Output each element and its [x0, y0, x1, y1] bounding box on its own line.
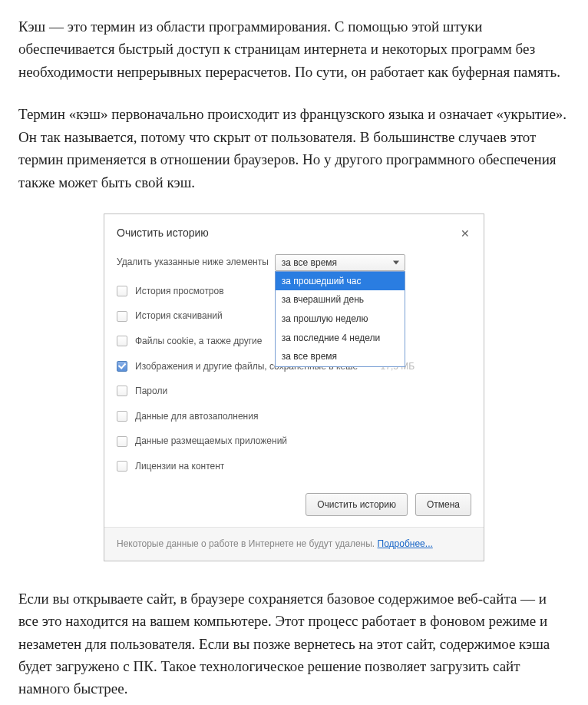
clear-history-button[interactable]: Очистить историю — [306, 493, 408, 517]
time-range-row: Удалить указанные ниже элементы за все в… — [117, 254, 471, 271]
dropdown-option-last-4-weeks[interactable]: за последние 4 недели — [276, 329, 405, 348]
chevron-down-icon — [393, 260, 399, 264]
dropdown-option-last-hour[interactable]: за прошедший час — [276, 272, 405, 291]
dropdown-option-all-time[interactable]: за все время — [276, 347, 405, 366]
checkbox-label: История просмотров — [135, 284, 224, 299]
dialog-title: Очистить историю — [117, 225, 209, 242]
checkbox-icon[interactable] — [117, 311, 127, 322]
dialog-header: Очистить историю ✕ — [104, 214, 484, 250]
list-item-autofill[interactable]: Данные для автозаполнения — [117, 404, 471, 429]
dialog-body: Удалить указанные ниже элементы за все в… — [104, 250, 484, 482]
cancel-button[interactable]: Отмена — [415, 493, 471, 517]
checkbox-label: Данные для автозаполнения — [135, 409, 258, 424]
time-range-dropdown: за прошедший час за вчерашний день за пр… — [275, 271, 405, 367]
time-range-select[interactable]: за все время за прошедший час за вчерашн… — [275, 254, 405, 271]
checkbox-label: Лицензии на контент — [135, 459, 224, 474]
dropdown-option-yesterday[interactable]: за вчерашний день — [276, 290, 405, 309]
list-item-content-licenses[interactable]: Лицензии на контент — [117, 454, 471, 479]
checkbox-icon[interactable] — [117, 336, 127, 346]
clear-history-dialog: Очистить историю ✕ Удалить указанные ниж… — [104, 213, 484, 561]
checkbox-icon[interactable] — [117, 386, 127, 396]
footer-text: Некоторые данные о работе в Интернете не… — [117, 538, 375, 549]
dropdown-option-last-week[interactable]: за прошлую неделю — [276, 309, 405, 329]
article-paragraph-1: Кэш — это термин из области программиров… — [18, 15, 570, 83]
list-item-hosted-apps[interactable]: Данные размещаемых приложений — [117, 429, 471, 454]
checkbox-icon[interactable] — [117, 436, 127, 447]
close-icon[interactable]: ✕ — [459, 228, 471, 239]
checkbox-label: Данные размещаемых приложений — [135, 434, 287, 448]
select-value-box[interactable]: за все время — [275, 254, 405, 271]
article-paragraph-2: Термин «кэш» первоначально происходит из… — [18, 103, 570, 194]
dialog-button-row: Очистить историю Отмена — [104, 482, 484, 528]
select-value: за все время — [282, 257, 337, 268]
dialog-footer: Некоторые данные о работе в Интернете не… — [104, 527, 484, 561]
checkbox-icon[interactable] — [117, 411, 127, 422]
checkbox-label: Пароли — [135, 384, 167, 399]
list-item-passwords[interactable]: Пароли — [117, 379, 471, 404]
checkbox-label: История скачиваний — [135, 309, 223, 323]
checkbox-label: Файлы cookie, а также другие — [135, 334, 262, 349]
delete-elements-label: Удалить указанные ниже элементы — [117, 255, 269, 270]
article-paragraph-3: Если вы открываете сайт, в браузере сохр… — [18, 588, 570, 700]
learn-more-link[interactable]: Подробнее... — [378, 538, 433, 549]
checkbox-icon[interactable] — [117, 286, 127, 296]
checkbox-icon[interactable] — [117, 461, 127, 472]
checkbox-icon[interactable] — [117, 361, 127, 372]
